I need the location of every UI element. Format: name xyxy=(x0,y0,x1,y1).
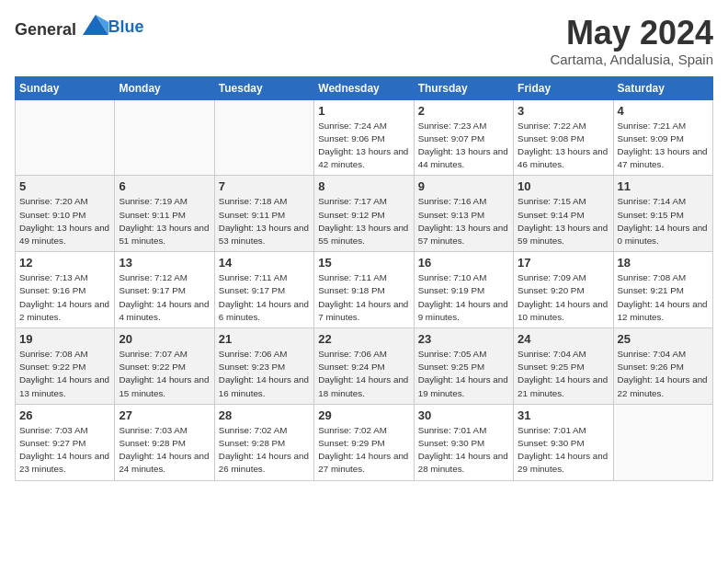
location-title: Cartama, Andalusia, Spain xyxy=(550,52,713,67)
cell-info: Sunrise: 7:18 AM Sunset: 9:11 PM Dayligh… xyxy=(219,195,310,247)
calendar-cell: 16Sunrise: 7:10 AM Sunset: 9:19 PM Dayli… xyxy=(414,252,513,328)
weekday-header-monday: Monday xyxy=(115,76,214,99)
calendar-cell: 1Sunrise: 7:24 AM Sunset: 9:06 PM Daylig… xyxy=(314,99,414,176)
calendar-cell: 26Sunrise: 7:03 AM Sunset: 9:27 PM Dayli… xyxy=(16,404,115,480)
cell-day-number: 26 xyxy=(19,408,110,422)
logo: General Blue xyxy=(15,15,144,40)
calendar-cell: 14Sunrise: 7:11 AM Sunset: 9:17 PM Dayli… xyxy=(214,252,313,328)
cell-info: Sunrise: 7:02 AM Sunset: 9:28 PM Dayligh… xyxy=(219,424,310,477)
calendar-cell: 3Sunrise: 7:22 AM Sunset: 9:08 PM Daylig… xyxy=(514,99,613,176)
cell-day-number: 2 xyxy=(418,104,509,118)
calendar: SundayMondayTuesdayWednesdayThursdayFrid… xyxy=(15,76,713,481)
calendar-cell: 22Sunrise: 7:06 AM Sunset: 9:24 PM Dayli… xyxy=(314,328,414,405)
cell-info: Sunrise: 7:22 AM Sunset: 9:08 PM Dayligh… xyxy=(518,120,609,172)
cell-day-number: 12 xyxy=(19,256,110,270)
calendar-cell xyxy=(613,404,712,480)
calendar-cell: 30Sunrise: 7:01 AM Sunset: 9:30 PM Dayli… xyxy=(414,404,513,480)
cell-info: Sunrise: 7:10 AM Sunset: 9:19 PM Dayligh… xyxy=(418,271,509,324)
calendar-cell: 24Sunrise: 7:04 AM Sunset: 9:25 PM Dayli… xyxy=(514,328,613,405)
cell-info: Sunrise: 7:07 AM Sunset: 9:22 PM Dayligh… xyxy=(119,348,210,400)
cell-info: Sunrise: 7:06 AM Sunset: 9:23 PM Dayligh… xyxy=(219,348,310,400)
calendar-cell: 27Sunrise: 7:03 AM Sunset: 9:28 PM Dayli… xyxy=(115,404,214,480)
calendar-cell: 7Sunrise: 7:18 AM Sunset: 9:11 PM Daylig… xyxy=(214,176,313,252)
cell-day-number: 27 xyxy=(119,408,210,422)
calendar-cell: 8Sunrise: 7:17 AM Sunset: 9:12 PM Daylig… xyxy=(314,176,414,252)
cell-info: Sunrise: 7:19 AM Sunset: 9:11 PM Dayligh… xyxy=(119,195,210,247)
week-row-4: 19Sunrise: 7:08 AM Sunset: 9:22 PM Dayli… xyxy=(16,328,713,405)
cell-info: Sunrise: 7:20 AM Sunset: 9:10 PM Dayligh… xyxy=(19,195,110,247)
cell-day-number: 13 xyxy=(119,256,210,270)
logo-general: General xyxy=(15,20,76,39)
logo-icon xyxy=(83,15,108,35)
calendar-cell: 18Sunrise: 7:08 AM Sunset: 9:21 PM Dayli… xyxy=(613,252,712,328)
cell-info: Sunrise: 7:16 AM Sunset: 9:13 PM Dayligh… xyxy=(418,195,509,247)
calendar-cell: 28Sunrise: 7:02 AM Sunset: 9:28 PM Dayli… xyxy=(214,404,313,480)
calendar-cell: 6Sunrise: 7:19 AM Sunset: 9:11 PM Daylig… xyxy=(115,176,214,252)
calendar-cell: 9Sunrise: 7:16 AM Sunset: 9:13 PM Daylig… xyxy=(414,176,513,252)
weekday-header-sunday: Sunday xyxy=(16,76,115,99)
calendar-cell: 4Sunrise: 7:21 AM Sunset: 9:09 PM Daylig… xyxy=(613,99,712,176)
calendar-cell: 10Sunrise: 7:15 AM Sunset: 9:14 PM Dayli… xyxy=(514,176,613,252)
cell-info: Sunrise: 7:03 AM Sunset: 9:27 PM Dayligh… xyxy=(19,424,110,477)
cell-info: Sunrise: 7:04 AM Sunset: 9:25 PM Dayligh… xyxy=(518,348,609,400)
cell-info: Sunrise: 7:01 AM Sunset: 9:30 PM Dayligh… xyxy=(418,424,509,477)
cell-day-number: 9 xyxy=(418,179,509,193)
calendar-cell: 25Sunrise: 7:04 AM Sunset: 9:26 PM Dayli… xyxy=(613,328,712,405)
cell-day-number: 7 xyxy=(219,179,310,193)
weekday-header-tuesday: Tuesday xyxy=(214,76,313,99)
calendar-cell: 23Sunrise: 7:05 AM Sunset: 9:25 PM Dayli… xyxy=(414,328,513,405)
header: General Blue May 2024 Cartama, Andalusia… xyxy=(15,15,713,67)
cell-info: Sunrise: 7:24 AM Sunset: 9:06 PM Dayligh… xyxy=(318,120,409,172)
cell-info: Sunrise: 7:08 AM Sunset: 9:21 PM Dayligh… xyxy=(618,271,709,324)
cell-day-number: 16 xyxy=(418,256,509,270)
calendar-cell: 21Sunrise: 7:06 AM Sunset: 9:23 PM Dayli… xyxy=(214,328,313,405)
cell-info: Sunrise: 7:02 AM Sunset: 9:29 PM Dayligh… xyxy=(318,424,409,477)
cell-day-number: 3 xyxy=(518,104,609,118)
week-row-5: 26Sunrise: 7:03 AM Sunset: 9:27 PM Dayli… xyxy=(16,404,713,480)
cell-day-number: 23 xyxy=(418,332,509,346)
calendar-cell: 11Sunrise: 7:14 AM Sunset: 9:15 PM Dayli… xyxy=(613,176,712,252)
title-area: May 2024 Cartama, Andalusia, Spain xyxy=(550,15,713,67)
weekday-header-thursday: Thursday xyxy=(414,76,513,99)
cell-day-number: 10 xyxy=(518,179,609,193)
cell-day-number: 29 xyxy=(318,408,409,422)
cell-day-number: 15 xyxy=(318,256,409,270)
cell-day-number: 18 xyxy=(618,256,709,270)
calendar-cell xyxy=(115,99,214,176)
weekday-header-wednesday: Wednesday xyxy=(314,76,414,99)
cell-info: Sunrise: 7:23 AM Sunset: 9:07 PM Dayligh… xyxy=(418,120,509,172)
week-row-1: 1Sunrise: 7:24 AM Sunset: 9:06 PM Daylig… xyxy=(16,99,713,176)
calendar-cell xyxy=(214,99,313,176)
cell-info: Sunrise: 7:11 AM Sunset: 9:18 PM Dayligh… xyxy=(318,271,409,324)
calendar-cell: 15Sunrise: 7:11 AM Sunset: 9:18 PM Dayli… xyxy=(314,252,414,328)
cell-info: Sunrise: 7:03 AM Sunset: 9:28 PM Dayligh… xyxy=(119,424,210,477)
cell-day-number: 24 xyxy=(518,332,609,346)
calendar-cell: 20Sunrise: 7:07 AM Sunset: 9:22 PM Dayli… xyxy=(115,328,214,405)
cell-day-number: 21 xyxy=(219,332,310,346)
cell-info: Sunrise: 7:17 AM Sunset: 9:12 PM Dayligh… xyxy=(318,195,409,247)
cell-info: Sunrise: 7:09 AM Sunset: 9:20 PM Dayligh… xyxy=(518,271,609,324)
logo-blue: Blue xyxy=(108,17,144,36)
calendar-cell: 12Sunrise: 7:13 AM Sunset: 9:16 PM Dayli… xyxy=(16,252,115,328)
cell-day-number: 17 xyxy=(518,256,609,270)
cell-day-number: 1 xyxy=(318,104,409,118)
calendar-cell: 13Sunrise: 7:12 AM Sunset: 9:17 PM Dayli… xyxy=(115,252,214,328)
calendar-cell: 5Sunrise: 7:20 AM Sunset: 9:10 PM Daylig… xyxy=(16,176,115,252)
cell-info: Sunrise: 7:12 AM Sunset: 9:17 PM Dayligh… xyxy=(119,271,210,324)
month-title: May 2024 xyxy=(550,15,713,52)
cell-day-number: 4 xyxy=(618,104,709,118)
cell-day-number: 30 xyxy=(418,408,509,422)
cell-info: Sunrise: 7:04 AM Sunset: 9:26 PM Dayligh… xyxy=(618,348,709,400)
cell-info: Sunrise: 7:05 AM Sunset: 9:25 PM Dayligh… xyxy=(418,348,509,400)
cell-day-number: 5 xyxy=(19,179,110,193)
calendar-cell: 2Sunrise: 7:23 AM Sunset: 9:07 PM Daylig… xyxy=(414,99,513,176)
weekday-header-friday: Friday xyxy=(514,76,613,99)
cell-day-number: 28 xyxy=(219,408,310,422)
cell-info: Sunrise: 7:21 AM Sunset: 9:09 PM Dayligh… xyxy=(618,120,709,172)
cell-day-number: 11 xyxy=(618,179,709,193)
cell-day-number: 20 xyxy=(119,332,210,346)
cell-info: Sunrise: 7:08 AM Sunset: 9:22 PM Dayligh… xyxy=(19,348,110,400)
calendar-cell: 29Sunrise: 7:02 AM Sunset: 9:29 PM Dayli… xyxy=(314,404,414,480)
weekday-header-saturday: Saturday xyxy=(613,76,712,99)
cell-info: Sunrise: 7:06 AM Sunset: 9:24 PM Dayligh… xyxy=(318,348,409,400)
